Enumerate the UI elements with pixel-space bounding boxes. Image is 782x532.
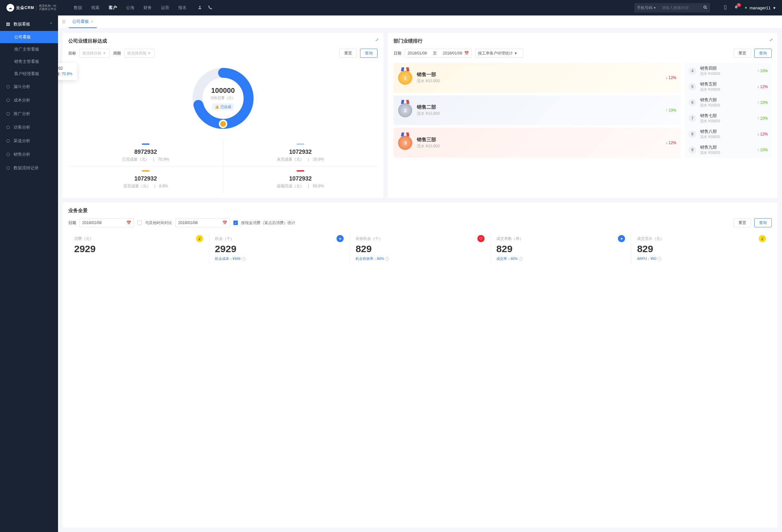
rank-row[interactable]: 8 销售八部流水 ¥19020 ↓ 12%: [685, 126, 772, 142]
podium-item[interactable]: 1 销售一部流水 ¥10,900 ↓ 12%: [394, 63, 681, 93]
sidebar-item[interactable]: 销售主管看板: [0, 56, 58, 68]
rank-row[interactable]: 9 销售九部流水 ¥19020 ↑ 10%: [685, 142, 772, 158]
help-icon[interactable]: ?: [657, 257, 662, 261]
ov-cash-checkbox[interactable]: ✓: [234, 220, 238, 225]
chevron-down-icon: ▾: [148, 51, 150, 56]
rank-row[interactable]: 5 销售五部流水 ¥19020 ↓ 12%: [685, 79, 772, 95]
bell-icon[interactable]: 5: [734, 5, 739, 11]
help-icon[interactable]: ?: [519, 257, 523, 261]
sidebar-link[interactable]: 销售分析: [0, 148, 58, 161]
top-icons: [198, 5, 212, 11]
svg-point-10: [6, 112, 9, 115]
logo[interactable]: ☁ 云朵CRM 教育机构一站式服务云平台: [6, 4, 57, 11]
rank-row[interactable]: 4 销售四部流水 ¥19020 ↑ 10%: [685, 63, 772, 79]
donut-chart: 1072932 所占比例: 70.9% 100000: [68, 63, 378, 134]
svg-rect-5: [8, 23, 10, 24]
ov-date1[interactable]: 2018/01/08📅: [79, 218, 134, 227]
topnav-item[interactable]: 财务: [143, 5, 152, 11]
trend-indicator: ↑ 10%: [757, 116, 768, 120]
search-icon[interactable]: [703, 5, 708, 11]
search-input[interactable]: [662, 5, 701, 10]
sidebar-link[interactable]: 成本分析: [0, 94, 58, 107]
svg-rect-7: [8, 25, 10, 26]
sidebar-link[interactable]: 访客分析: [0, 120, 58, 134]
ov-query-button[interactable]: 查询: [754, 218, 772, 227]
rank-reset-button[interactable]: 重置: [734, 49, 751, 58]
target-select[interactable]: 请选择目标▾: [79, 49, 110, 58]
sidebar-item[interactable]: 公司看板: [0, 31, 58, 43]
visitor-icon: [6, 125, 10, 130]
target-query-button[interactable]: 查询: [360, 49, 378, 58]
svg-point-11: [6, 126, 9, 129]
filter-icon: [6, 84, 10, 89]
rank-statby-select[interactable]: 按工单客户经理统计▾: [475, 49, 524, 58]
chevron-up-icon: ˄: [50, 22, 52, 27]
trend-indicator: ↑ 10%: [757, 100, 768, 105]
podium-item[interactable]: 3 销售三部流水 ¥10,900 ↓ 12%: [394, 128, 681, 158]
tab-company-board[interactable]: 公司看板 ×: [69, 15, 97, 28]
phone-icon[interactable]: [208, 5, 212, 11]
search: 手机号码 ▾ |: [634, 3, 710, 12]
calendar-icon: 📅: [464, 51, 469, 56]
svg-point-3: [725, 8, 725, 9]
sidebar-group-databoard[interactable]: 数据看板 ˄: [0, 17, 58, 31]
rank-query-button[interactable]: 查询: [754, 49, 772, 58]
topnav-item[interactable]: 报名: [178, 5, 187, 11]
brand-name: 云朵CRM: [16, 5, 34, 11]
cloud-icon: ☁: [6, 4, 14, 11]
target-label: 目标: [68, 50, 76, 56]
target-filters: 目标 请选择目标▾ 周期 请选择周期▾ 重置 查询: [68, 49, 378, 58]
sidebar-link[interactable]: 数据流转记录: [0, 161, 58, 175]
sidebar-item[interactable]: 推广主管看板: [0, 43, 58, 56]
promo-icon: [6, 112, 10, 116]
period-select[interactable]: 请选择周期▾: [124, 49, 155, 58]
user-menu[interactable]: manager11 ▾: [745, 5, 776, 10]
podium-item[interactable]: 2 销售二部流水 ¥10,900 ↑ 10%: [394, 96, 681, 126]
metric-icon: 🛡: [477, 235, 485, 242]
sidebar-link[interactable]: 推广分析: [0, 107, 58, 120]
help-icon[interactable]: ?: [242, 257, 246, 261]
stat-cell: 8972932已完成量（元） | 70.9%: [68, 140, 223, 166]
ov-stat-label: 按现金消费（返点后消费）统计: [241, 220, 295, 226]
user-icon[interactable]: [198, 5, 202, 11]
topnav-item[interactable]: 线索: [91, 5, 100, 11]
brand-sub: 教育机构一站式服务云平台: [36, 4, 57, 11]
topnav-item[interactable]: 客户: [109, 5, 117, 11]
hamburger-icon[interactable]: ☰: [62, 19, 66, 24]
overview-metric: 有效机会（个）🛡 829机会有效率：80% ?: [349, 233, 490, 264]
search-type-select[interactable]: 手机号码 ▾: [637, 5, 655, 11]
expand-icon[interactable]: ⤢: [770, 37, 773, 42]
metric-icon: ➤: [618, 235, 625, 242]
calendar-icon: 📅: [127, 220, 131, 225]
chart-tooltip: 1072932 所占比例: 70.9%: [58, 63, 77, 80]
card-rank: ⤢ 部门业绩排行 日期 2018/01/08 至 2018/01/08 📅 按工…: [388, 33, 778, 198]
stat-cell: 1072932未完成量（元） | 20.9%: [223, 140, 378, 166]
sidebar-item[interactable]: 客户经理看板: [0, 68, 58, 80]
sales-icon: [6, 152, 10, 157]
rank-row[interactable]: 7 销售七部流水 ¥19020 ↑ 10%: [685, 110, 772, 126]
rank-row[interactable]: 6 销售六部流水 ¥19020 ↑ 10%: [685, 95, 772, 110]
overview-metric: 成交单数（单）➤ 829成交率：80% ?: [490, 233, 631, 264]
expand-icon[interactable]: ⤢: [375, 37, 379, 42]
thumbsup-icon: 👍: [215, 105, 219, 109]
rank-date-range[interactable]: 2018/01/08 至 2018/01/08 📅: [404, 49, 471, 58]
ov-compare-checkbox[interactable]: [137, 220, 142, 225]
topnav-item[interactable]: 公海: [126, 5, 134, 11]
sidebar-link[interactable]: 漏斗分析: [0, 80, 58, 94]
ov-date2[interactable]: 2018/01/08📅: [175, 218, 230, 227]
ov-reset-button[interactable]: 重置: [734, 218, 751, 227]
topnav-item[interactable]: 数据: [74, 5, 82, 11]
trend-indicator: ↑ 10%: [757, 148, 768, 152]
target-reset-button[interactable]: 重置: [340, 49, 357, 58]
channel-icon: [6, 139, 10, 143]
help-icon[interactable]: ?: [385, 257, 389, 261]
status-dot: [745, 7, 747, 9]
sidebar-group-label: 数据看板: [13, 21, 30, 27]
close-icon[interactable]: ×: [91, 19, 94, 24]
donut-total: 100000: [211, 86, 235, 95]
sidebar-link[interactable]: 渠道分析: [0, 134, 58, 148]
trend-indicator: ↓ 12%: [757, 84, 768, 89]
topnav-item[interactable]: 运营: [161, 5, 169, 11]
svg-point-12: [6, 139, 9, 142]
mobile-icon[interactable]: [723, 5, 727, 11]
